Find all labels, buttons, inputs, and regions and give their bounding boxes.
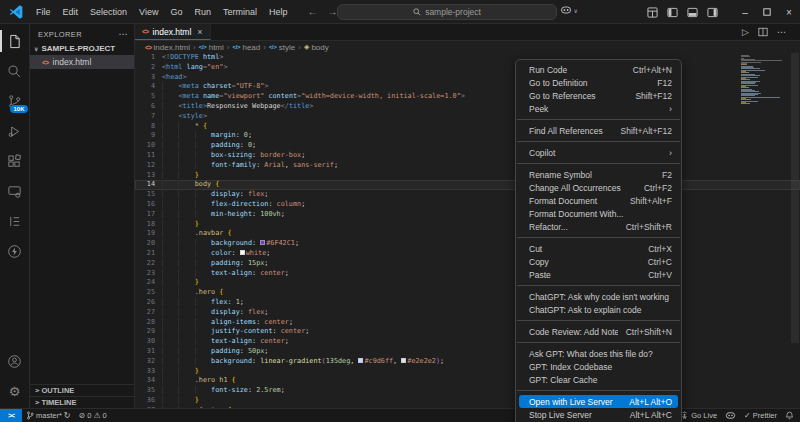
code-line[interactable]: 18 } (135, 220, 800, 230)
context-menu-item-code-review-add-note[interactable]: Code Review: Add NoteCtrl+Shift+N (516, 325, 681, 338)
breadcrumb-style[interactable]: </>style (269, 43, 295, 52)
maximize-button[interactable] (756, 0, 778, 24)
minimize-button[interactable]: – (734, 0, 756, 24)
code-line[interactable]: 4 <meta charset="UTF-8"> (135, 82, 800, 92)
customize-layout-icon[interactable] (647, 7, 658, 18)
breadcrumb-index.html[interactable]: <>index.html (145, 43, 190, 52)
code-line[interactable]: 13 } (135, 171, 800, 181)
context-menu-item-copilot[interactable]: Copilot› (516, 146, 681, 159)
code-line[interactable]: 15 display: flex; (135, 190, 800, 200)
context-menu-item-copy[interactable]: CopyCtrl+C (516, 255, 681, 268)
context-menu-item-chatgpt-ask-to-explain-code[interactable]: ChatGPT: Ask to explain code (516, 303, 681, 316)
context-menu-item-go-to-definition[interactable]: Go to DefinitionF12 (516, 76, 681, 89)
context-menu-item-cut[interactable]: CutCtrl+X (516, 242, 681, 255)
code-line[interactable]: 26 flex: 1; (135, 298, 800, 308)
extensions-icon[interactable] (0, 146, 30, 176)
thunder-client-icon[interactable] (0, 236, 30, 266)
code-line[interactable]: 21 color: white; (135, 249, 800, 259)
editor-scrollbar[interactable] (790, 53, 800, 408)
code-line[interactable]: 6 <title>Responsive Webpage</title> (135, 102, 800, 112)
code-line[interactable]: 31 padding: 50px; (135, 347, 800, 357)
code-line[interactable]: 11 box-sizing: border-box; (135, 151, 800, 161)
context-menu-item-run-code[interactable]: Run CodeCtrl+Alt+N (516, 63, 681, 76)
run-and-debug-icon[interactable] (0, 116, 30, 146)
code-line[interactable]: 33 } (135, 367, 800, 377)
code-line[interactable]: 35 font-size: 2.5rem; (135, 386, 800, 396)
code-line[interactable]: 22 padding: 15px; (135, 259, 800, 269)
outline-list-icon[interactable] (0, 206, 30, 236)
context-menu-item-paste[interactable]: PasteCtrl+V (516, 268, 681, 281)
section-timeline[interactable]: ∨TIMELINE (30, 396, 134, 408)
context-menu-item-go-to-references[interactable]: Go to ReferencesShift+F12 (516, 89, 681, 102)
menu-go[interactable]: Go (164, 5, 188, 19)
context-menu-item-chatgpt-ask-why-code-isn-t-working[interactable]: ChatGPT: Ask why code isn't working (516, 290, 681, 303)
context-menu-item-gpt-clear-cache[interactable]: GPT: Clear Cache (516, 373, 681, 386)
back-icon[interactable]: ← (307, 6, 317, 17)
source-control-icon[interactable]: 10K (0, 86, 30, 116)
code-line[interactable]: 12 font-family: Arial, sans-serif; (135, 161, 800, 171)
code-line[interactable]: 17 min-height: 100vh; (135, 210, 800, 220)
code-line[interactable]: 2<html lang="en"> (135, 63, 800, 73)
menu-help[interactable]: Help (263, 5, 294, 19)
run-code-icon[interactable]: ▷ (742, 27, 749, 37)
remote-indicator[interactable]: >< (0, 409, 22, 422)
more-actions-icon[interactable]: ⋯ (777, 27, 786, 37)
account-icon[interactable] (0, 346, 30, 376)
code-line[interactable]: 20 background: #6F42C1; (135, 239, 800, 249)
code-line[interactable]: 34 .hero h1 { (135, 376, 800, 386)
code-line[interactable]: 25 .hero { (135, 288, 800, 298)
context-menu-item-open-with-live-server[interactable]: Open with Live ServerAlt+L Alt+O (519, 395, 678, 408)
code-line[interactable]: 27 display: flex; (135, 308, 800, 318)
menu-selection[interactable]: Selection (84, 5, 133, 19)
code-line[interactable]: 23 text-align: center; (135, 269, 800, 279)
code-line[interactable]: 5 <meta name="viewport" content="width=d… (135, 92, 800, 102)
breadcrumb-body[interactable]: ◈body (304, 43, 329, 52)
sidebar-more-actions[interactable]: ⋯ (119, 29, 128, 39)
context-menu-item-rename-symbol[interactable]: Rename SymbolF2 (516, 168, 681, 181)
context-menu-item-format-document-with[interactable]: Format Document With... (516, 207, 681, 220)
formatter-item[interactable]: ✓ Prettier (740, 411, 781, 420)
code-editor[interactable]: 1<!DOCTYPE html>2<html lang="en">3<head>… (135, 53, 800, 408)
search-input[interactable]: sample-project (337, 4, 557, 20)
code-line[interactable]: 7 <style> (135, 112, 800, 122)
git-branch-item[interactable]: master* ↻ (22, 411, 75, 420)
code-line[interactable]: 16 flex-direction: column; (135, 200, 800, 210)
code-line[interactable]: 36 } (135, 396, 800, 406)
code-line[interactable]: 24 } (135, 278, 800, 288)
code-line[interactable]: 3<head> (135, 73, 800, 83)
code-line[interactable]: 30 text-align: center; (135, 337, 800, 347)
code-line[interactable]: 29 justify-content: center; (135, 327, 800, 337)
copilot-status-item[interactable] (721, 410, 740, 421)
menu-run[interactable]: Run (188, 5, 217, 19)
close-tab-icon[interactable]: × (197, 27, 202, 37)
tab-index-html[interactable]: <> index.html × (135, 24, 211, 40)
code-line[interactable]: 19 .navbar { (135, 229, 800, 239)
notifications-item[interactable] (781, 411, 800, 420)
code-line[interactable]: 10 padding: 0; (135, 141, 800, 151)
remote-explorer-icon[interactable] (0, 176, 30, 206)
context-menu-item-refactor[interactable]: Refactor...Ctrl+Shift+R (516, 220, 681, 233)
project-root-folder[interactable]: ∨ SAMPLE-PROJECT (30, 42, 134, 55)
context-menu-item-ask-gpt-what-does-this-file-do[interactable]: Ask GPT: What does this file do? (516, 347, 681, 360)
section-outline[interactable]: ∨OUTLINE (30, 384, 134, 396)
close-button[interactable]: × (778, 0, 800, 24)
context-menu-item-format-document[interactable]: Format DocumentShift+Alt+F (516, 194, 681, 207)
context-menu-item-find-all-references[interactable]: Find All ReferencesShift+Alt+F12 (516, 124, 681, 137)
forward-icon[interactable]: → (327, 6, 337, 17)
code-line[interactable]: 28 align-items: center; (135, 318, 800, 328)
breadcrumb-head[interactable]: </>head (232, 43, 260, 52)
context-menu-item-gpt-index-codebase[interactable]: GPT: Index Codebase (516, 360, 681, 373)
explorer-icon[interactable] (0, 26, 30, 56)
toggle-sidebar-icon[interactable] (667, 7, 678, 18)
context-menu-item-change-all-occurrences[interactable]: Change All OccurrencesCtrl+F2 (516, 181, 681, 194)
split-editor-icon[interactable] (758, 27, 768, 37)
settings-gear-icon[interactable]: ⚙ (0, 376, 30, 406)
menu-view[interactable]: View (133, 5, 164, 19)
toggle-secondary-sidebar-icon[interactable] (707, 7, 718, 18)
context-menu-item-peek[interactable]: Peek› (516, 102, 681, 115)
file-index.html[interactable]: <>index.html (30, 55, 134, 69)
code-line[interactable]: 1<!DOCTYPE html> (135, 53, 800, 63)
code-line[interactable]: 8 * { (135, 122, 800, 132)
context-menu-item-stop-live-server[interactable]: Stop Live ServerAlt+L Alt+C (516, 408, 681, 421)
toggle-panel-icon[interactable] (687, 7, 698, 18)
